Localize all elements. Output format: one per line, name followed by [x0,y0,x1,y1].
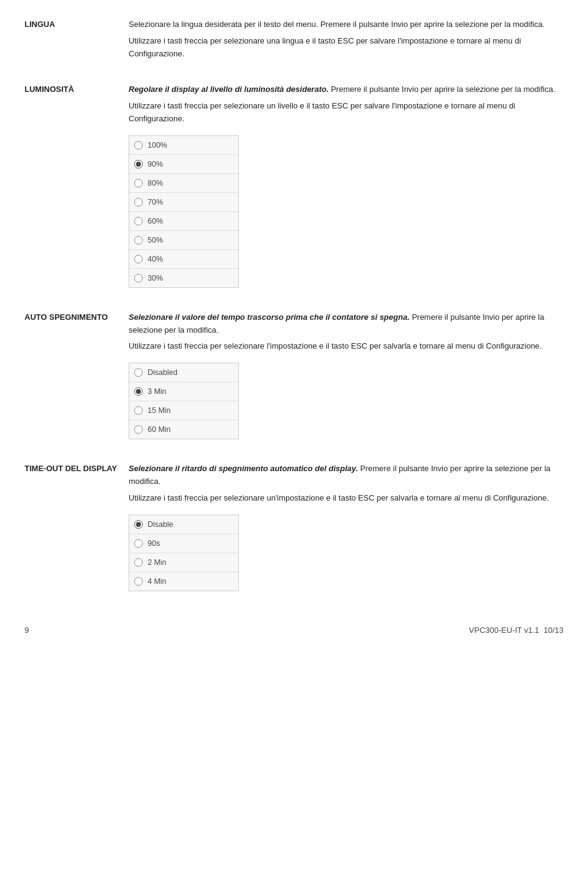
radio-circle [134,141,143,149]
luminosita-option-90[interactable]: 90% [129,155,238,174]
auto-spegnimento-option-15min[interactable]: 15 Min [129,401,238,420]
radio-circle [134,255,143,263]
luminosita-option-70[interactable]: 70% [129,193,238,212]
luminosita-option-60[interactable]: 60% [129,212,238,231]
radio-circle [134,406,143,415]
timeout-display-option-90s[interactable]: 90s [129,534,238,553]
timeout-display-option-4min[interactable]: 4 Min [129,572,238,591]
timeout-display-option-2min[interactable]: 2 Min [129,553,238,572]
radio-circle-selected [134,387,143,396]
doc-ref: VPC300-EU-IT v1.1 10/13 [469,626,564,635]
radio-circle [134,539,143,548]
radio-circle [134,558,143,567]
auto-spegnimento-option-3min[interactable]: 3 Min [129,382,238,401]
luminosita-option-30[interactable]: 30% [129,269,238,287]
radio-circle [134,577,143,586]
luminosita-option-80[interactable]: 80% [129,174,238,193]
timeout-display-radio-list: Disable 90s 2 Min 4 Min [129,515,239,591]
lingua-section: LINGUA Selezionare la lingua desiderata … [24,18,564,64]
luminosita-section: LUMINOSITÀ Regolare il display al livell… [24,83,564,291]
radio-circle [134,368,143,377]
luminosita-label: LUMINOSITÀ [24,83,129,291]
radio-circle [134,179,143,187]
luminosita-option-100[interactable]: 100% [129,136,238,155]
radio-circle [134,217,143,225]
luminosita-para-2: Utilizzare i tasti freccia per seleziona… [129,100,564,126]
lingua-content: Selezionare la lingua desiderata per il … [129,18,564,64]
auto-spegnimento-para-2: Utilizzare i tasti freccia per seleziona… [129,340,564,353]
auto-spegnimento-option-60min[interactable]: 60 Min [129,420,238,439]
radio-circle [134,425,143,434]
radio-circle-selected [134,160,143,168]
timeout-display-para-1: Selezionare il ritardo di spegnimento au… [129,463,564,488]
timeout-display-section: TIME-OUT DEL DISPLAY Selezionare il rita… [24,463,564,594]
auto-spegnimento-label: AUTO SPEGNIMENTO [24,311,129,443]
radio-circle [134,274,143,282]
lingua-para-2: Utilizzare i tasti freccia per seleziona… [129,35,564,61]
footer: 9 VPC300-EU-IT v1.1 10/13 [24,619,564,635]
auto-spegnimento-radio-list: Disabled 3 Min 15 Min 60 Min [129,363,239,439]
lingua-label: LINGUA [24,18,129,64]
luminosita-radio-list: 100% 90% 80% 70% 60% 50% 40% 30% [129,135,239,288]
luminosita-para-1: Regolare il display al livello di lumino… [129,83,564,96]
timeout-display-content: Selezionare il ritardo di spegnimento au… [129,463,564,594]
lingua-para-1: Selezionare la lingua desiderata per il … [129,18,564,31]
auto-spegnimento-section: AUTO SPEGNIMENTO Selezionare il valore d… [24,311,564,443]
radio-circle-selected [134,520,143,529]
luminosita-content: Regolare il display al livello di lumino… [129,83,564,291]
auto-spegnimento-content: Selezionare il valore del tempo trascors… [129,311,564,443]
auto-spegnimento-option-disabled[interactable]: Disabled [129,363,238,382]
auto-spegnimento-para-1: Selezionare il valore del tempo trascors… [129,311,564,337]
radio-circle [134,236,143,244]
radio-circle [134,198,143,206]
timeout-display-label: TIME-OUT DEL DISPLAY [24,463,129,594]
timeout-display-option-disable[interactable]: Disable [129,515,238,534]
luminosita-option-40[interactable]: 40% [129,250,238,269]
timeout-display-para-2: Utilizzare i tasti freccia per seleziona… [129,492,564,505]
luminosita-option-50[interactable]: 50% [129,231,238,250]
page-number: 9 [24,626,29,635]
